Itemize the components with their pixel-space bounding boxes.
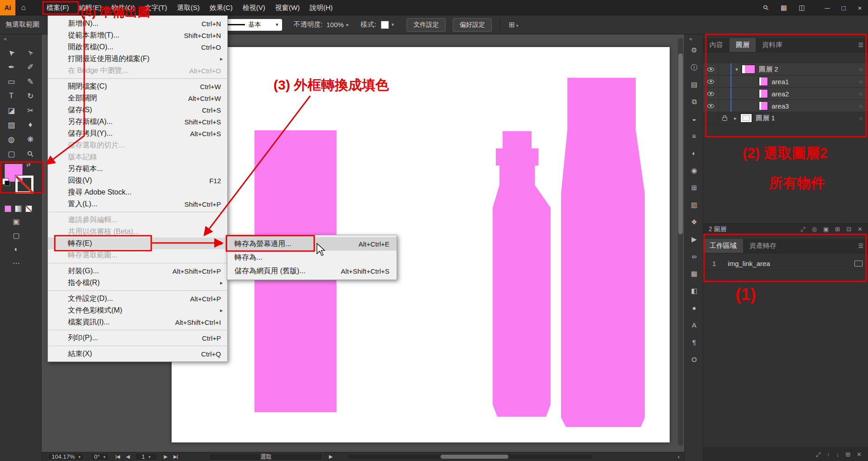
default-fill-stroke-icon[interactable] [2,178,9,185]
area2-bottle-shape[interactable] [493,131,551,417]
delete-layer-icon[interactable]: ✕ [858,226,863,233]
file-menu-item-exit[interactable]: 結束(X)Ctrl+Q [48,348,227,360]
layer-row-layer1[interactable]: ▸圖層 1○ [703,112,868,124]
character-icon[interactable]: A [692,321,696,329]
tab-asset-export[interactable]: 資產轉存 [743,239,783,253]
brushes-icon[interactable]: ▥ [691,201,697,209]
horizontal-scrollbar[interactable] [348,455,592,459]
file-menu-item-close-all[interactable]: 全部關閉Alt+Ctrl+W [48,92,227,104]
previous-artboard-button[interactable]: ◀ [126,454,129,460]
gear-icon[interactable]: ⚙ [691,46,697,54]
export-submenu-item-export-as[interactable]: 轉存為... [227,251,397,264]
panel-menu-icon[interactable]: ☰ [858,42,863,48]
pencil-tool[interactable]: ✎ [21,74,40,89]
file-menu-item-document-color-mode[interactable]: 文件色彩模式(M)▸ [48,304,227,316]
file-menu-item-new-from-template[interactable]: 從範本新增(T)...Shift+Ctrl+N [48,29,227,41]
visibility-eye-icon[interactable] [703,63,719,75]
file-menu-item-document-setup[interactable]: 文件設定(D)...Alt+Ctrl+P [48,293,227,304]
menu-view[interactable]: 檢視(V) [238,0,270,15]
file-menu-item-save-a-copy[interactable]: 儲存拷貝(Y)...Alt+Ctrl+S [48,128,227,139]
make-mask-icon[interactable]: ▣ [823,226,829,233]
brush-definition-dropdown[interactable]: 基本 ▾ [221,19,282,31]
delete-artboard-icon[interactable]: ✕ [857,451,862,458]
artboard-number-field[interactable]: 1▾ [135,453,158,461]
eraser-tool[interactable]: ◪ [2,103,21,118]
target-circle-icon[interactable]: ○ [859,66,863,73]
menu-type[interactable]: 文字(T) [140,0,172,15]
move-down-icon[interactable]: ↓ [836,451,839,458]
visibility-empty-cell[interactable] [703,112,719,124]
file-menu-item-package[interactable]: 封裝(G)...Alt+Shift+Ctrl+P [48,265,227,277]
stroke-icon[interactable]: ≡ [692,132,696,140]
align-options-icon[interactable]: ⊞▾ [508,20,518,29]
file-menu-item-scripts[interactable]: 指令檔(R)▸ [48,277,227,289]
collect-for-export-icon[interactable]: ⤢ [801,226,805,233]
vertical-scrollbar-thumb[interactable] [678,53,683,234]
locate-object-icon[interactable]: ◎ [812,226,817,233]
menu-object[interactable]: 物件(O) [106,0,140,15]
paragraph-icon[interactable]: ¶ [692,338,696,347]
tab-properties[interactable]: 內容 [703,38,729,52]
selection-tool[interactable]: ➤ [2,45,21,60]
edit-toolbar-icon[interactable]: ⋯ [13,259,20,267]
libraries-icon[interactable]: ⧉ [692,98,697,106]
menu-window[interactable]: 視窗(W) [270,0,305,15]
opentype-icon[interactable]: O [691,356,697,364]
rotate-tool[interactable]: ↻ [21,89,40,103]
scroll-left-icon[interactable]: ‹ [678,453,680,460]
rotation-select[interactable]: 0°▾ [91,453,109,461]
new-artboard-icon[interactable]: ⊞ [845,451,850,458]
file-menu-item-close[interactable]: 關閉檔案(C)Ctrl+W [48,81,227,92]
menu-help[interactable]: 說明(H) [305,0,338,15]
collapse-toolbar-icon[interactable]: « [4,35,7,42]
style-chevron-icon[interactable]: ▾ [392,22,394,28]
layer-row-layer2[interactable]: ▾圖層 2○ [703,63,868,76]
close-button[interactable]: × [852,0,868,15]
stroke-swatch-none[interactable] [15,176,34,194]
layer-row-area3[interactable]: area3○ [703,100,868,112]
gradient-button[interactable] [15,205,22,212]
visibility-eye-icon[interactable] [703,76,719,87]
status-expand-icon[interactable]: ▶ [329,454,332,460]
first-artboard-button[interactable]: |◀ [115,454,120,460]
actions-icon[interactable]: ▶ [691,235,697,243]
opacity-expand-icon[interactable]: ▸ [346,22,349,28]
last-artboard-button[interactable]: ▶| [173,454,177,460]
file-menu-item-save-as[interactable]: 另存新檔(A)...Shift+Ctrl+S [48,116,227,128]
rectangle-tool[interactable]: ▭ [2,74,21,89]
vertical-scrollbar[interactable] [678,38,683,446]
tab-libraries[interactable]: 資料庫 [756,38,789,52]
new-sublayer-icon[interactable]: ⊞ [835,226,840,233]
blend-tool[interactable]: ◍ [2,132,21,147]
swap-fill-stroke-icon[interactable]: ⇄ [26,162,30,168]
target-circle-icon[interactable]: ○ [859,103,863,109]
document-setup-button[interactable]: 文件設定 [407,18,446,32]
type-tool[interactable]: T [2,89,21,103]
lock-icon[interactable] [719,112,730,124]
layer-row-area2[interactable]: area2○ [703,88,868,100]
artboard-list-row[interactable]: 1 img_link_area [703,257,868,271]
color-button[interactable] [5,205,11,212]
search-icon[interactable]: ⚲ [757,0,775,15]
menu-effect[interactable]: 效果(C) [205,0,238,15]
arrange-documents-icon[interactable]: ◫ [793,0,811,15]
gradient-tool[interactable]: ▨ [2,118,21,132]
target-circle-icon[interactable]: ○ [859,78,863,85]
new-layer-icon[interactable]: ⊡ [846,226,851,233]
file-menu-item-save[interactable]: 儲存(S)Ctrl+S [48,104,227,116]
visibility-eye-icon[interactable] [703,100,719,112]
expand-chevron-icon[interactable]: ▸ [730,115,740,121]
swatches-icon[interactable]: ⊞ [691,184,697,192]
expand-panels-icon[interactable]: « [689,35,692,42]
paintbrush-tool[interactable]: ✐ [21,60,40,74]
file-menu-item-file-info[interactable]: 檔案資訊(I)...Alt+Shift+Ctrl+I [48,316,227,328]
opacity-value[interactable]: 100% [326,21,344,29]
file-menu-item-search-adobe-stock[interactable]: 搜尋 Adobe Stock... [48,186,227,198]
visibility-eye-icon[interactable] [703,88,719,100]
file-menu-item-save-as-template[interactable]: 另存範本... [48,163,227,175]
rearrange-artboards-icon[interactable]: ⤢ [816,451,820,458]
symbols-icon[interactable]: ❖ [691,218,697,226]
tab-artboards[interactable]: 工作區域 [703,239,743,253]
target-circle-icon[interactable]: ○ [859,90,863,97]
artboards-icon[interactable]: ▤ [691,81,697,89]
